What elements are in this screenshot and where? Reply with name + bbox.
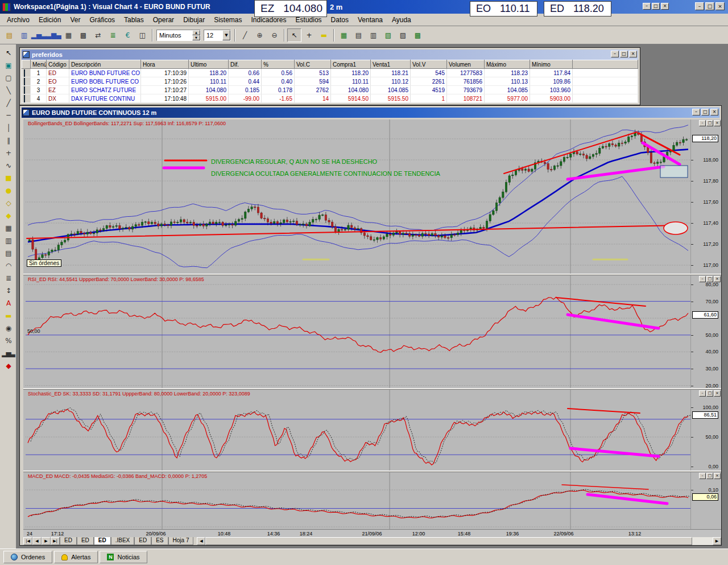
market-depth-icon[interactable]: ≣ — [106, 28, 120, 42]
close-button[interactable]: × — [715, 2, 725, 10]
minimize-button[interactable]: – — [611, 51, 619, 57]
notes-tool-icon[interactable]: ▤ — [1, 247, 15, 259]
menu-item-operar[interactable]: Operar — [148, 14, 179, 26]
new-table-icon[interactable]: ▦ — [61, 28, 76, 42]
grid-tool-icon[interactable]: ▦ — [1, 222, 15, 234]
chart-select-icon[interactable]: ▣ — [1, 59, 15, 72]
quote-board-icon[interactable]: ▩ — [76, 28, 90, 42]
next-sheet-button[interactable]: ▶ — [42, 537, 51, 545]
panel-maximize-button[interactable]: □ — [706, 120, 713, 126]
prev-sheet-button[interactable]: ◀ — [32, 537, 42, 545]
maximize-button[interactable]: □ — [620, 51, 628, 57]
row-select-cell[interactable] — [22, 86, 31, 94]
menu-item-ver[interactable]: Ver — [65, 14, 85, 26]
rsi-chart[interactable] — [26, 275, 690, 388]
panel-close-button[interactable]: × — [714, 390, 721, 397]
panel-close-button[interactable]: × — [714, 120, 721, 126]
menu-item-ayuda[interactable]: Ayuda — [387, 14, 416, 26]
minimize-button[interactable]: – — [695, 2, 704, 10]
menu-item-sistemas[interactable]: Sistemas — [209, 14, 246, 26]
stochastic-panel[interactable]: Stochastic_ED SK: 33,3333 SD: 31,1791 Up… — [23, 390, 721, 471]
panel-maximize-button[interactable]: □ — [706, 473, 713, 479]
parallel-lines-tool-icon[interactable]: ∥ — [1, 134, 15, 147]
maximize-button[interactable]: □ — [705, 2, 714, 10]
alertas-button[interactable]: Alertas — [54, 551, 98, 563]
column-header-dif[interactable]: Dif. — [229, 60, 262, 69]
close-button[interactable]: × — [629, 51, 637, 57]
last-sheet-button[interactable]: ▶| — [51, 537, 60, 545]
rectangle-tool-icon[interactable]: ▢ — [1, 72, 15, 84]
period-unit-select[interactable]: Minutos▲▼ — [156, 30, 201, 41]
panel-minimize-button[interactable]: – — [699, 120, 706, 126]
quote-box-ed[interactable]: ED 118.20 — [544, 1, 611, 17]
panel-close-button[interactable]: × — [714, 473, 721, 479]
menu-item-datos[interactable]: Datos — [326, 14, 353, 26]
macd-scale[interactable]: –□×0,100,06 — [690, 472, 721, 529]
dropdown-arrow-icon[interactable]: ▼ — [222, 30, 230, 40]
minimize-button[interactable]: – — [692, 109, 700, 116]
column-header-descripcin[interactable]: Descripción — [69, 60, 141, 69]
price-scale[interactable]: –□×118,00117,80117,60117,40117,20117,001… — [690, 119, 721, 274]
quote-row-dx[interactable]: 4DXDAX FUTURE CONTINU17:10:485915.00-99.… — [22, 94, 638, 103]
scrollbar-track[interactable] — [205, 537, 713, 545]
menu-item-dibujar[interactable]: Dibujar — [179, 14, 209, 26]
updown-arrows-icon[interactable]: ↕ — [1, 284, 15, 297]
trendline-down-tool-icon[interactable]: ╲ — [1, 84, 15, 97]
percent-tool-icon[interactable]: % — [1, 335, 15, 347]
layout-cols-icon[interactable]: ▥ — [366, 28, 380, 42]
quote-row-ed[interactable]: 1EDEURO BUND FUTURE CO17:10:39118.200.66… — [22, 69, 638, 77]
mini-chart-tool-icon[interactable]: ▂▅▃ — [1, 347, 15, 360]
text-tool-icon[interactable]: A — [1, 297, 15, 310]
column-header-cdigo[interactable]: Código — [47, 60, 69, 69]
menu-item-archivo[interactable]: Archivo — [2, 14, 34, 26]
fib-grid-tool-icon[interactable]: ▥ — [1, 234, 15, 247]
zoom-area-tool-icon[interactable]: ◉ — [1, 322, 15, 335]
spinner-down-icon[interactable]: ▼ — [192, 35, 200, 40]
circle-shape-icon[interactable]: ● — [1, 184, 15, 197]
column-header-[interactable]: % — [262, 60, 295, 69]
column-header-ultimo[interactable]: Ultimo — [189, 60, 229, 69]
pointer-tool-icon[interactable]: ↖ — [1, 47, 15, 59]
column-header-compra1[interactable]: Compra1 — [331, 60, 371, 69]
new-window-icon[interactable]: ◫ — [135, 28, 150, 42]
column-header-select[interactable] — [22, 60, 31, 69]
quote-row-eo[interactable]: 2EOEURO BOBL FUTURE CO17:10:26110.110.44… — [22, 77, 638, 86]
column-header-volumen[interactable]: Volumen — [447, 60, 485, 69]
first-sheet-button[interactable]: |◀ — [23, 537, 32, 545]
open-icon[interactable]: ▤ — [2, 28, 16, 42]
rsi-panel[interactable]: RSI_ED RSI: 44,5541 UppperBand: 70,0000 … — [23, 275, 721, 388]
marker-mode-icon[interactable]: ▬ — [317, 28, 331, 42]
column-header-hora[interactable]: Hora — [141, 60, 189, 69]
stochastic-chart[interactable] — [26, 390, 690, 471]
panel-minimize-button[interactable]: – — [699, 473, 706, 479]
diamond-shape-icon[interactable]: ◆ — [1, 209, 15, 222]
column-header-volc[interactable]: Vol.C — [295, 60, 331, 69]
chart-window-titlebar[interactable]: EURO BUND FUTURE CONTINUOUS 12 m –□× — [22, 108, 719, 118]
horizontal-line-tool-icon[interactable]: ─ — [1, 109, 15, 122]
rsi-scale[interactable]: –□×80,0070,0050,0040,0030,0020,0061,60 — [690, 275, 721, 388]
freehand-tool-icon[interactable]: ∿ — [1, 159, 15, 172]
sheet-tab-ed[interactable]: ED — [77, 537, 94, 545]
pin-tool-icon[interactable]: ◆ — [1, 360, 15, 372]
macd-chart[interactable] — [26, 472, 690, 529]
price-chart[interactable] — [26, 119, 690, 274]
horizontal-scrollbar[interactable]: ◀▶ — [197, 537, 721, 545]
line-style-icon[interactable]: ╱ — [238, 28, 252, 42]
noticias-button[interactable]: N Noticias — [100, 551, 147, 563]
quote-row-ez[interactable]: 3EZEURO SCHATZ FUTURE17:10:27104.0800.18… — [22, 86, 638, 94]
cross-tool-icon[interactable]: + — [1, 147, 15, 159]
quote-box-ez[interactable]: EZ 104.080 — [254, 0, 327, 17]
column-header-mnimo[interactable]: Mínimo — [530, 60, 573, 69]
zoom-in-icon[interactable]: ⊕ — [253, 28, 267, 42]
close-button[interactable]: × — [710, 109, 718, 116]
title-bar[interactable]: Workspace1(Página 1) : Visual Chart 4 - … — [0, 0, 728, 14]
sheet-tab-hoja7[interactable]: Hoja 7 — [168, 537, 194, 545]
scrollbar-thumb[interactable] — [205, 537, 692, 545]
export-icon[interactable]: ⇄ — [91, 28, 105, 42]
menu-item-edición[interactable]: Edición — [34, 14, 65, 26]
pointer-mode-icon[interactable]: ↖ — [287, 28, 301, 42]
layout-grid-icon[interactable]: ▦ — [337, 28, 351, 42]
crosshair-mode-icon[interactable]: + — [302, 28, 316, 42]
layout-full-icon[interactable]: ▩ — [411, 28, 425, 42]
scroll-right-icon[interactable]: ▶ — [713, 537, 721, 545]
